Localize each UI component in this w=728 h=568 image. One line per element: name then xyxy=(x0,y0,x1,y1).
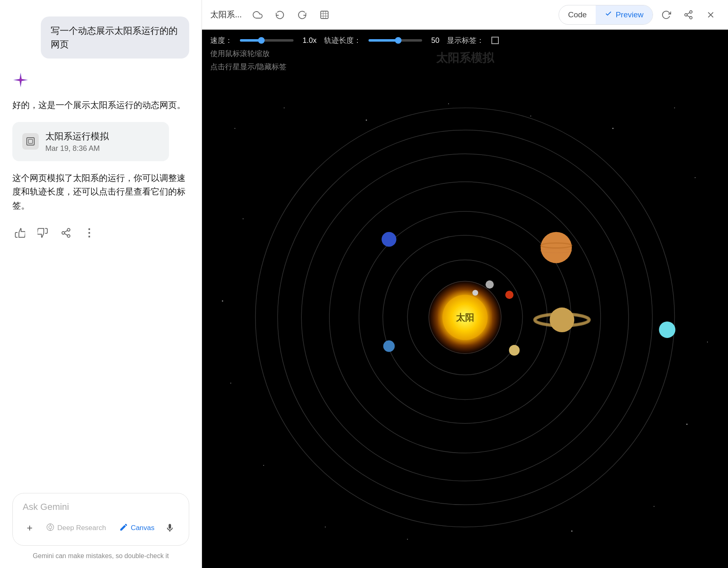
svg-line-16 xyxy=(687,12,690,14)
svg-point-12 xyxy=(690,11,692,13)
canvas-button[interactable]: Canvas xyxy=(115,520,159,536)
canvas-label: Canvas xyxy=(131,524,155,532)
preview-content: 速度： 1.0x 轨迹长度： 50 显示标签： 使用鼠标滚轮缩 xyxy=(202,30,728,568)
disclaimer: Gemini can make mistakes, so double-chec… xyxy=(12,552,189,560)
gemini-response2: 这个网页模拟了太阳系的运行，你可以调整速度和轨迹长度，还可以点击行星查看它们的标… xyxy=(12,171,186,213)
undo-button[interactable] xyxy=(271,6,289,24)
input-placeholder: Ask Gemini xyxy=(23,502,179,512)
svg-point-35 xyxy=(325,526,326,527)
preview-toolbar: 太阳系... Code xyxy=(202,0,728,30)
code-preview-toggle: Code Preview xyxy=(559,5,653,25)
svg-point-14 xyxy=(690,16,692,19)
svg-point-33 xyxy=(263,465,264,466)
left-panel: 写一个动态展示太阳系运行的的网页 好的，这是一个展示太阳系运行的动态网页。 xyxy=(0,0,202,568)
action-row: ⋮ xyxy=(12,225,189,240)
click-hint: 点击行星显示/隐藏标签 xyxy=(202,62,728,75)
share-button[interactable] xyxy=(59,225,73,240)
expand-button[interactable] xyxy=(315,6,333,24)
speed-slider[interactable] xyxy=(240,39,294,42)
svg-point-27 xyxy=(243,218,244,219)
chat-area: 写一个动态展示太阳系运行的的网页 好的，这是一个展示太阳系运行的动态网页。 xyxy=(12,16,189,485)
svg-point-37 xyxy=(407,539,408,540)
svg-point-30 xyxy=(707,342,708,343)
more-button[interactable]: ⋮ xyxy=(82,225,96,240)
small-moon xyxy=(472,290,478,296)
refresh-button[interactable] xyxy=(657,6,675,24)
check-icon xyxy=(605,10,612,19)
svg-point-3 xyxy=(62,232,65,235)
venus-planet[interactable] xyxy=(509,345,520,356)
saturn-planet[interactable] xyxy=(550,307,574,332)
input-toolbar: + Deep Research xyxy=(23,519,179,537)
preview-tab[interactable]: Preview xyxy=(596,5,653,24)
user-message-bubble: 写一个动态展示太阳系运行的的网页 xyxy=(41,16,189,59)
svg-point-28 xyxy=(695,177,695,178)
svg-point-32 xyxy=(686,424,688,425)
earth-planet[interactable] xyxy=(383,340,395,352)
mic-button[interactable] xyxy=(161,519,179,537)
svg-line-5 xyxy=(64,234,67,235)
svg-point-23 xyxy=(448,103,449,104)
close-button[interactable] xyxy=(702,6,720,24)
share-preview-button[interactable] xyxy=(679,6,697,24)
thumbup-button[interactable] xyxy=(12,225,27,240)
svg-line-15 xyxy=(687,15,690,17)
right-panel: 太阳系... Code xyxy=(202,0,728,568)
deep-research-label: Deep Research xyxy=(57,524,106,532)
svg-point-21 xyxy=(284,108,284,108)
svg-line-6 xyxy=(64,230,67,232)
cloud-button[interactable] xyxy=(249,6,267,24)
add-button[interactable]: + xyxy=(23,520,37,536)
svg-point-34 xyxy=(654,506,655,507)
redo-button[interactable] xyxy=(293,6,311,24)
track-slider[interactable] xyxy=(369,39,422,42)
svg-point-8 xyxy=(49,526,52,528)
deep-research-button[interactable]: Deep Research xyxy=(42,520,110,536)
label-label: 显示标签： xyxy=(447,35,484,45)
preview-tab-label: Preview xyxy=(615,10,643,19)
svg-rect-1 xyxy=(28,139,33,143)
canvas-icon xyxy=(119,523,128,534)
speed-label: 速度： xyxy=(210,35,232,45)
svg-point-31 xyxy=(230,383,231,384)
svg-point-25 xyxy=(612,128,613,129)
preview-title: 太阳系... xyxy=(210,9,242,20)
artifact-card[interactable]: 太阳系运行模拟 Mar 19, 8:36 AM xyxy=(12,122,169,161)
svg-rect-11 xyxy=(321,11,328,19)
svg-point-36 xyxy=(571,530,573,532)
label-checkbox[interactable] xyxy=(491,37,499,44)
input-toolbar-left: + Deep Research xyxy=(23,520,159,536)
user-message-text: 写一个动态展示太阳系运行的的网页 xyxy=(51,26,178,49)
uranus-planet[interactable] xyxy=(659,322,676,338)
svg-point-22 xyxy=(366,120,367,121)
gemini-icon-row xyxy=(12,72,189,88)
svg-point-4 xyxy=(67,235,70,238)
artifact-title: 太阳系运行模拟 xyxy=(45,130,109,143)
svg-point-13 xyxy=(685,14,687,16)
mars-planet[interactable] xyxy=(505,291,514,299)
input-box[interactable]: Ask Gemini + xyxy=(12,493,189,546)
neptune-planet[interactable] xyxy=(382,232,397,247)
scroll-hint: 使用鼠标滚轮缩放 xyxy=(202,45,728,62)
thumbdown-button[interactable] xyxy=(35,225,50,240)
track-label: 轨迹长度： xyxy=(324,35,361,45)
svg-rect-0 xyxy=(27,138,34,145)
solar-svg-area[interactable]: 太阳 xyxy=(202,75,728,568)
deep-research-icon xyxy=(46,523,55,534)
artifact-info: 太阳系运行模拟 Mar 19, 8:36 AM xyxy=(45,130,109,153)
speed-value: 1.0x xyxy=(303,36,317,45)
solar-system-container[interactable]: 速度： 1.0x 轨迹长度： 50 显示标签： 使用鼠标滚轮缩 xyxy=(202,30,728,568)
mercury-planet[interactable] xyxy=(486,280,494,289)
svg-point-2 xyxy=(67,229,70,232)
artifact-date: Mar 19, 8:36 AM xyxy=(45,144,109,153)
plus-icon: + xyxy=(27,522,33,534)
gemini-star-icon xyxy=(12,72,29,88)
code-tab-label: Code xyxy=(568,10,587,19)
solar-svg: 太阳 xyxy=(202,75,728,568)
svg-point-29 xyxy=(222,300,223,302)
artifact-icon xyxy=(22,133,39,150)
code-tab[interactable]: Code xyxy=(559,5,596,24)
svg-point-20 xyxy=(235,128,235,129)
controls-bar: 速度： 1.0x 轨迹长度： 50 显示标签： xyxy=(202,30,728,45)
svg-point-24 xyxy=(531,116,531,117)
